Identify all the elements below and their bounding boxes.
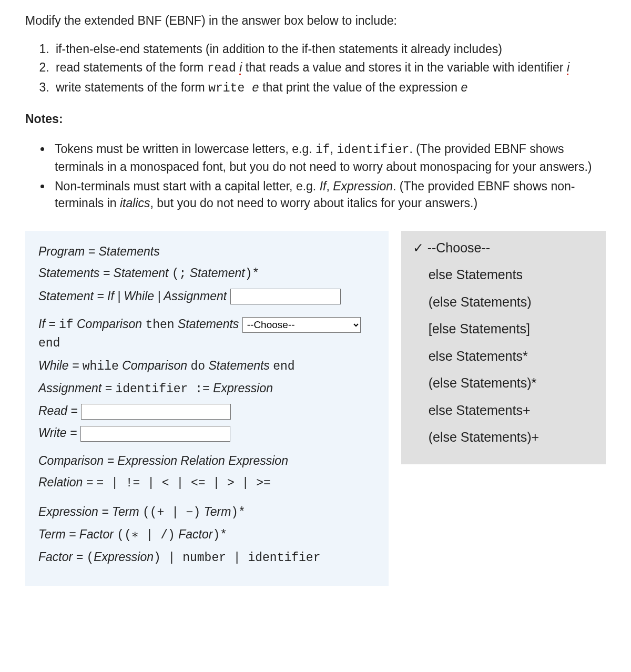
statement-input[interactable] xyxy=(230,289,341,304)
req-2-i2: i xyxy=(567,60,569,74)
opt-choose: ✓ --Choose-- xyxy=(413,238,594,258)
ebnf-write: Write = xyxy=(38,424,375,442)
ebnf-statements: Statements = Statement (; Statement)* xyxy=(38,264,375,283)
req-3-e2: e xyxy=(461,80,467,94)
note-2-a: Non-terminals must start with a capital … xyxy=(55,179,320,193)
req-1-text: if-then-else-end statements (in addition… xyxy=(56,42,502,56)
req-3-write: write xyxy=(208,82,245,95)
opt-6: else Statements+ xyxy=(413,401,594,421)
req-item-3: write statements of the form write e tha… xyxy=(53,79,606,97)
opt-7: (else Statements)+ xyxy=(413,427,594,447)
check-icon: ✓ xyxy=(413,240,428,255)
ebnf-program: Program = Statements xyxy=(38,243,375,260)
ebnf-panel: Program = Statements Statements = Statem… xyxy=(25,231,389,586)
note-2-nt1: If xyxy=(320,179,327,193)
ebnf-read: Read = xyxy=(38,402,375,420)
note-1-tok1: if xyxy=(316,143,330,157)
notes-list: Tokens must be written in lowercase lett… xyxy=(47,141,606,212)
ebnf-factor: Factor = (Expression) | number | identif… xyxy=(38,548,375,567)
opt-2: (else Statements) xyxy=(413,292,594,312)
ebnf-if: If = if Comparison then Statements --Cho… xyxy=(38,315,375,353)
else-select[interactable]: --Choose-- xyxy=(242,317,361,333)
note-1: Tokens must be written in lowercase lett… xyxy=(52,141,606,175)
note-2-mid: , xyxy=(326,179,333,193)
req-2-read: read xyxy=(207,62,236,75)
req-3-b: that print the value of the expression xyxy=(259,80,461,94)
opt-1: else Statements xyxy=(413,265,594,285)
notes-heading: Notes: xyxy=(25,112,606,126)
ebnf-statement: Statement = If | While | Assignment xyxy=(38,288,375,305)
note-1-mid: , xyxy=(330,142,337,156)
ebnf-expression: Expression = Term ((+ | −) Term)* xyxy=(38,503,375,522)
intro-text: Modify the extended BNF (EBNF) in the an… xyxy=(25,13,606,29)
ebnf-if-end: end xyxy=(38,337,60,350)
options-panel: ✓ --Choose-- else Statements (else State… xyxy=(401,231,606,464)
note-1-a: Tokens must be written in lowercase lett… xyxy=(55,142,316,156)
req-3-e1: e xyxy=(245,82,259,95)
note-2-it: italics xyxy=(120,196,150,210)
req-item-1: if-then-else-end statements (in addition… xyxy=(53,41,606,58)
note-2: Non-terminals must start with a capital … xyxy=(52,178,606,211)
opt-5: (else Statements)* xyxy=(413,373,594,393)
req-2-b: that reads a value and stores it in the … xyxy=(242,60,567,74)
ebnf-term: Term = Factor ((∗ | /) Factor)* xyxy=(38,526,375,544)
opt-3: [else Statements] xyxy=(413,319,594,339)
ebnf-comparison: Comparison = Expression Relation Express… xyxy=(38,452,375,470)
req-2-a: read statements of the form xyxy=(56,60,207,74)
req-item-2: read statements of the form read i that … xyxy=(53,59,606,77)
ebnf-relation: Relation = = | != | < | <= | > | >= xyxy=(38,474,375,492)
ebnf-while: While = while Comparison do Statements e… xyxy=(38,357,375,375)
opt-4: else Statements* xyxy=(413,347,594,366)
note-1-tok2: identifier xyxy=(337,143,409,157)
req-2-i1: i xyxy=(239,60,242,74)
note-2-c: , but you do not need to worry about ita… xyxy=(150,196,478,210)
note-2-nt2: Expression xyxy=(333,179,393,193)
write-input[interactable] xyxy=(80,426,230,442)
read-input[interactable] xyxy=(81,404,231,420)
ebnf-assignment: Assignment = identifier := Expression xyxy=(38,380,375,398)
requirements-list: if-then-else-end statements (in addition… xyxy=(48,41,606,97)
req-3-a: write statements of the form xyxy=(56,80,208,94)
